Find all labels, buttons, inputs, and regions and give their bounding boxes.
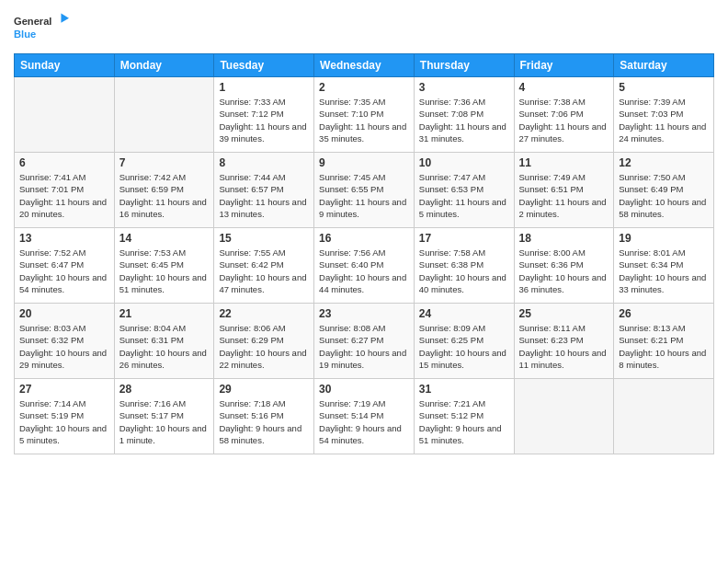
day-header-wednesday: Wednesday — [314, 54, 415, 77]
day-number: 17 — [419, 232, 509, 245]
calendar-cell: 25Sunrise: 8:11 AM Sunset: 6:23 PM Dayli… — [514, 304, 614, 379]
logo: General Blue — [14, 9, 69, 46]
calendar-cell: 30Sunrise: 7:19 AM Sunset: 5:14 PM Dayli… — [314, 379, 415, 454]
day-number: 15 — [219, 232, 309, 245]
day-number: 29 — [219, 383, 309, 396]
day-number: 1 — [219, 81, 309, 94]
calendar-cell: 23Sunrise: 8:08 AM Sunset: 6:27 PM Dayli… — [314, 304, 415, 379]
day-info: Sunrise: 7:45 AM Sunset: 6:55 PM Dayligh… — [319, 171, 409, 220]
day-info: Sunrise: 8:01 AM Sunset: 6:34 PM Dayligh… — [619, 247, 709, 295]
day-info: Sunrise: 8:00 AM Sunset: 6:36 PM Dayligh… — [519, 247, 609, 295]
calendar-cell: 11Sunrise: 7:49 AM Sunset: 6:51 PM Dayli… — [514, 153, 614, 228]
day-number: 27 — [19, 383, 109, 396]
calendar-cell: 20Sunrise: 8:03 AM Sunset: 6:32 PM Dayli… — [15, 304, 115, 379]
day-info: Sunrise: 8:11 AM Sunset: 6:23 PM Dayligh… — [519, 322, 609, 371]
calendar-cell: 14Sunrise: 7:53 AM Sunset: 6:45 PM Dayli… — [114, 228, 214, 304]
day-number: 25 — [519, 307, 609, 320]
calendar-cell: 18Sunrise: 8:00 AM Sunset: 6:36 PM Dayli… — [514, 228, 614, 304]
day-info: Sunrise: 7:47 AM Sunset: 6:53 PM Dayligh… — [419, 171, 509, 220]
day-info: Sunrise: 7:38 AM Sunset: 7:06 PM Dayligh… — [519, 96, 609, 144]
calendar-cell: 31Sunrise: 7:21 AM Sunset: 5:12 PM Dayli… — [414, 379, 514, 454]
day-number: 26 — [619, 307, 709, 320]
day-info: Sunrise: 7:21 AM Sunset: 5:12 PM Dayligh… — [419, 397, 509, 446]
day-info: Sunrise: 7:42 AM Sunset: 6:59 PM Dayligh… — [119, 171, 210, 220]
day-info: Sunrise: 7:58 AM Sunset: 6:38 PM Dayligh… — [419, 247, 509, 295]
calendar-cell: 6Sunrise: 7:41 AM Sunset: 7:01 PM Daylig… — [15, 153, 115, 228]
day-number: 3 — [419, 81, 509, 94]
calendar-cell: 3Sunrise: 7:36 AM Sunset: 7:08 PM Daylig… — [414, 77, 514, 153]
calendar-cell: 4Sunrise: 7:38 AM Sunset: 7:06 PM Daylig… — [514, 77, 614, 153]
calendar-week-2: 6Sunrise: 7:41 AM Sunset: 7:01 PM Daylig… — [15, 153, 714, 228]
calendar-cell: 22Sunrise: 8:06 AM Sunset: 6:29 PM Dayli… — [214, 304, 314, 379]
calendar-week-3: 13Sunrise: 7:52 AM Sunset: 6:47 PM Dayli… — [15, 228, 714, 304]
day-number: 5 — [619, 81, 709, 94]
day-info: Sunrise: 7:19 AM Sunset: 5:14 PM Dayligh… — [319, 397, 409, 446]
calendar-cell — [15, 77, 115, 153]
calendar-cell: 8Sunrise: 7:44 AM Sunset: 6:57 PM Daylig… — [214, 153, 314, 228]
day-number: 13 — [19, 232, 109, 245]
day-number: 12 — [619, 156, 709, 169]
day-info: Sunrise: 7:36 AM Sunset: 7:08 PM Dayligh… — [419, 96, 509, 144]
page-header: General Blue — [14, 9, 714, 46]
day-info: Sunrise: 8:06 AM Sunset: 6:29 PM Dayligh… — [219, 322, 309, 371]
day-info: Sunrise: 8:03 AM Sunset: 6:32 PM Dayligh… — [19, 322, 109, 371]
day-header-friday: Friday — [514, 54, 614, 77]
day-info: Sunrise: 7:41 AM Sunset: 7:01 PM Dayligh… — [19, 171, 109, 220]
day-number: 14 — [119, 232, 210, 245]
day-number: 2 — [319, 81, 409, 94]
calendar-cell: 19Sunrise: 8:01 AM Sunset: 6:34 PM Dayli… — [614, 228, 714, 304]
day-info: Sunrise: 7:16 AM Sunset: 5:17 PM Dayligh… — [119, 397, 210, 446]
day-number: 11 — [519, 156, 609, 169]
calendar-cell: 28Sunrise: 7:16 AM Sunset: 5:17 PM Dayli… — [114, 379, 214, 454]
day-info: Sunrise: 8:08 AM Sunset: 6:27 PM Dayligh… — [319, 322, 409, 371]
calendar-body: 1Sunrise: 7:33 AM Sunset: 7:12 PM Daylig… — [15, 77, 714, 454]
day-header-saturday: Saturday — [614, 54, 714, 77]
calendar-cell: 29Sunrise: 7:18 AM Sunset: 5:16 PM Dayli… — [214, 379, 314, 454]
calendar-cell: 12Sunrise: 7:50 AM Sunset: 6:49 PM Dayli… — [614, 153, 714, 228]
day-number: 20 — [19, 307, 109, 320]
calendar-cell: 21Sunrise: 8:04 AM Sunset: 6:31 PM Dayli… — [114, 304, 214, 379]
calendar-cell: 13Sunrise: 7:52 AM Sunset: 6:47 PM Dayli… — [15, 228, 115, 304]
calendar-cell: 27Sunrise: 7:14 AM Sunset: 5:19 PM Dayli… — [15, 379, 115, 454]
calendar-cell: 10Sunrise: 7:47 AM Sunset: 6:53 PM Dayli… — [414, 153, 514, 228]
calendar-cell — [614, 379, 714, 454]
day-number: 10 — [419, 156, 509, 169]
day-number: 23 — [319, 307, 409, 320]
calendar-cell: 16Sunrise: 7:56 AM Sunset: 6:40 PM Dayli… — [314, 228, 415, 304]
day-number: 24 — [419, 307, 509, 320]
day-info: Sunrise: 7:56 AM Sunset: 6:40 PM Dayligh… — [319, 247, 409, 295]
day-info: Sunrise: 7:52 AM Sunset: 6:47 PM Dayligh… — [19, 247, 109, 295]
day-number: 7 — [119, 156, 210, 169]
calendar-cell: 1Sunrise: 7:33 AM Sunset: 7:12 PM Daylig… — [214, 77, 314, 153]
day-info: Sunrise: 7:14 AM Sunset: 5:19 PM Dayligh… — [19, 397, 109, 446]
logo-svg: General Blue — [14, 9, 69, 46]
day-info: Sunrise: 7:49 AM Sunset: 6:51 PM Dayligh… — [519, 171, 609, 220]
svg-marker-2 — [61, 14, 69, 23]
calendar-week-5: 27Sunrise: 7:14 AM Sunset: 5:19 PM Dayli… — [15, 379, 714, 454]
calendar-cell — [514, 379, 614, 454]
day-info: Sunrise: 8:04 AM Sunset: 6:31 PM Dayligh… — [119, 322, 210, 371]
day-number: 8 — [219, 156, 309, 169]
day-info: Sunrise: 7:39 AM Sunset: 7:03 PM Dayligh… — [619, 96, 709, 144]
day-number: 4 — [519, 81, 609, 94]
day-header-thursday: Thursday — [414, 54, 514, 77]
day-number: 30 — [319, 383, 409, 396]
day-header-monday: Monday — [114, 54, 214, 77]
calendar-cell: 5Sunrise: 7:39 AM Sunset: 7:03 PM Daylig… — [614, 77, 714, 153]
day-info: Sunrise: 7:44 AM Sunset: 6:57 PM Dayligh… — [219, 171, 309, 220]
day-info: Sunrise: 7:53 AM Sunset: 6:45 PM Dayligh… — [119, 247, 210, 295]
calendar-table: SundayMondayTuesdayWednesdayThursdayFrid… — [14, 53, 714, 454]
day-number: 6 — [19, 156, 109, 169]
day-number: 19 — [619, 232, 709, 245]
day-info: Sunrise: 7:18 AM Sunset: 5:16 PM Dayligh… — [219, 397, 309, 446]
day-info: Sunrise: 7:55 AM Sunset: 6:42 PM Dayligh… — [219, 247, 309, 295]
day-number: 21 — [119, 307, 210, 320]
day-number: 28 — [119, 383, 210, 396]
calendar-cell: 17Sunrise: 7:58 AM Sunset: 6:38 PM Dayli… — [414, 228, 514, 304]
day-header-sunday: Sunday — [15, 54, 115, 77]
day-header-tuesday: Tuesday — [214, 54, 314, 77]
svg-text:General: General — [14, 16, 51, 27]
day-info: Sunrise: 7:35 AM Sunset: 7:10 PM Dayligh… — [319, 96, 409, 144]
svg-text:Blue: Blue — [14, 29, 36, 40]
calendar-cell: 2Sunrise: 7:35 AM Sunset: 7:10 PM Daylig… — [314, 77, 415, 153]
